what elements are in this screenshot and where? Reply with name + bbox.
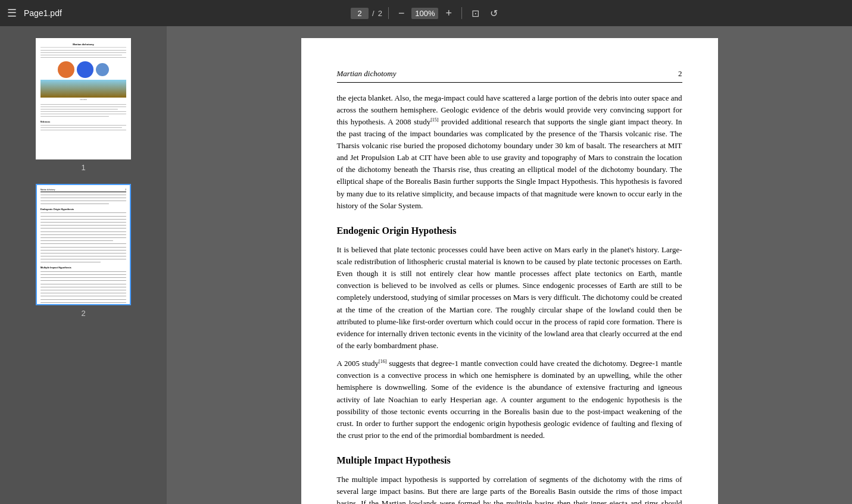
main-area: Martian dichotomy: [0, 26, 852, 504]
file-title: Page1.pdf: [24, 8, 62, 18]
current-page-input[interactable]: [351, 8, 369, 19]
page-nav: / 2 − + ⊡ ↺: [351, 7, 501, 20]
divider: [388, 7, 389, 19]
zoom-level-input[interactable]: [411, 8, 438, 19]
page-1-label: 1: [81, 163, 85, 172]
toolbar: ☰ Page1.pdf / 2 − + ⊡ ↺: [0, 0, 852, 26]
pdf-body: the ejecta blanket. Also, the mega-impac…: [337, 92, 682, 505]
pdf-page: Martian dichotomy 2 the ejecta blanket. …: [301, 38, 718, 504]
page-1-thumb-container: Martian dichotomy: [36, 38, 131, 172]
section1-para2: A 2005 study[16] suggests that degree-1 …: [337, 358, 682, 442]
page-2-thumb-container: Martian dichotomy2 Endogenic Origin Hypo…: [36, 184, 131, 318]
page-separator: /: [372, 9, 374, 18]
page-1-thumbnail[interactable]: Martian dichotomy: [36, 38, 131, 159]
sidebar: Martian dichotomy: [0, 26, 167, 504]
intro-paragraph: the ejecta blanket. Also, the mega-impac…: [337, 92, 682, 212]
rotate-button[interactable]: ↺: [486, 7, 501, 20]
zoom-out-button[interactable]: −: [395, 7, 408, 20]
total-pages: 2: [378, 9, 382, 18]
pdf-header: Martian dichotomy 2: [337, 68, 682, 83]
page-2-thumbnail[interactable]: Martian dichotomy2 Endogenic Origin Hypo…: [36, 184, 131, 305]
toolbar-left: ☰ Page1.pdf: [7, 7, 344, 20]
section2-para1: The multiple impact hypothesis is suppor…: [337, 474, 682, 504]
pdf-header-page: 2: [678, 68, 682, 80]
pdf-header-title: Martian dichotomy: [337, 68, 397, 80]
section1-para1: It is believed that plate tectonic proce…: [337, 244, 682, 352]
page-2-label: 2: [81, 309, 85, 318]
menu-icon[interactable]: ☰: [7, 7, 17, 20]
zoom-in-button[interactable]: +: [442, 7, 455, 20]
fit-page-button[interactable]: ⊡: [468, 7, 483, 20]
divider2: [461, 7, 462, 19]
section2-title: Multiple Impact Hypothesis: [337, 453, 682, 468]
section1-title: Endogenic Origin Hypothesis: [337, 224, 682, 238]
pdf-area[interactable]: Martian dichotomy 2 the ejecta blanket. …: [167, 26, 852, 504]
